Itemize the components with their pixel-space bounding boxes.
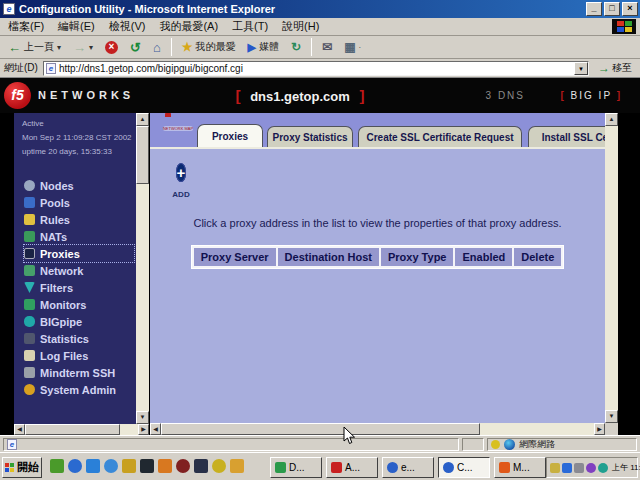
sidebar-item-log-files[interactable]: Log Files: [24, 347, 134, 364]
menu-favorites[interactable]: 我的最愛(A): [159, 19, 218, 34]
quicklaunch-icon-3[interactable]: [86, 459, 100, 473]
scroll-left-icon[interactable]: ◀: [150, 423, 161, 435]
address-url: http://dns1.getop.com/bigipgui/bigconf.c…: [59, 63, 243, 74]
sidebar-item-system-admin[interactable]: System Admin: [24, 381, 134, 398]
stop-button[interactable]: ×: [101, 39, 122, 56]
app-icon: [443, 462, 454, 473]
network-map-button[interactable]: NETWORK MAP: [158, 116, 198, 134]
back-dropdown-icon[interactable]: ▾: [57, 43, 61, 52]
scroll-left-icon[interactable]: ◀: [14, 424, 25, 435]
sidebar-item-proxies[interactable]: Proxies: [24, 245, 134, 262]
sidebar-item-statistics[interactable]: Statistics: [24, 330, 134, 347]
taskbar-window-3[interactable]: e...: [382, 457, 434, 478]
messenger-icon[interactable]: [562, 463, 572, 473]
go-button[interactable]: → 移至: [594, 60, 636, 76]
tray-app-icon-1[interactable]: [586, 463, 596, 473]
scrollbar-thumb[interactable]: [25, 424, 120, 435]
favorites-icon: ★: [182, 41, 193, 54]
quicklaunch-icon-11[interactable]: [230, 459, 244, 473]
address-input[interactable]: e http://dns1.getop.com/bigipgui/bigconf…: [43, 61, 589, 76]
taskbar-window-4-active[interactable]: C...: [438, 457, 490, 478]
menu-tools[interactable]: 工具(T): [232, 19, 268, 34]
taskbar-window-5[interactable]: M...: [494, 457, 546, 478]
tab-install-ssl-certificate[interactable]: Install SSL Certificate: [528, 126, 605, 147]
status-datetime: Mon Sep 2 11:09:28 CST 2002: [22, 131, 132, 145]
volume-icon[interactable]: [550, 463, 560, 473]
close-button[interactable]: ×: [622, 2, 638, 16]
minimize-button[interactable]: _: [586, 2, 602, 16]
sidebar-item-mindterm-ssh[interactable]: Mindterm SSH: [24, 364, 134, 381]
quicklaunch-icon-7[interactable]: [158, 459, 172, 473]
tab-create-ssl-certificate-request[interactable]: Create SSL Certificate Request: [358, 126, 522, 147]
add-proxy-button[interactable]: + ADD: [168, 162, 194, 201]
start-button[interactable]: 開始: [2, 457, 42, 478]
history-icon: ↻: [291, 41, 301, 54]
scroll-up-icon[interactable]: ▲: [136, 113, 149, 126]
quicklaunch-icon-8[interactable]: [176, 459, 190, 473]
forward-dropdown-icon[interactable]: ▾: [89, 43, 93, 52]
go-arrow-icon: →: [598, 61, 610, 75]
scroll-down-icon[interactable]: ▼: [136, 411, 149, 424]
refresh-button[interactable]: ↺: [126, 39, 145, 56]
sidebar-vertical-scrollbar[interactable]: ▲ ▼: [136, 113, 149, 424]
sidebar-item-label: Monitors: [40, 299, 86, 311]
link-3dns[interactable]: 3 DNS: [486, 90, 525, 101]
tray-app-icon-2[interactable]: [598, 463, 608, 473]
page-icon: e: [46, 63, 56, 74]
scroll-up-icon[interactable]: ▲: [605, 113, 618, 126]
menu-file[interactable]: 檔案(F): [8, 19, 44, 34]
mail-button[interactable]: ✉: [318, 39, 336, 56]
print-button[interactable]: ▦ ·: [340, 39, 365, 56]
refresh-icon: ↺: [130, 41, 141, 54]
sidebar-item-filters[interactable]: Filters: [24, 279, 134, 296]
history-button[interactable]: ↻: [287, 39, 305, 56]
home-button[interactable]: ⌂: [149, 39, 165, 56]
tab-proxies[interactable]: Proxies: [197, 124, 263, 147]
scroll-right-icon[interactable]: ▶: [138, 424, 149, 435]
window-titlebar: e Configuration Utility - Microsoft Inte…: [0, 0, 640, 18]
sidebar-item-network[interactable]: Network: [24, 262, 134, 279]
maximize-button[interactable]: □: [604, 2, 620, 16]
taskbar-window-2[interactable]: A...: [326, 457, 378, 478]
address-dropdown-icon[interactable]: ▾: [574, 62, 588, 75]
sidebar-item-bigpipe[interactable]: BIGpipe: [24, 313, 134, 330]
pools-icon: [24, 197, 35, 208]
quicklaunch-icon-4[interactable]: [104, 459, 118, 473]
scroll-right-icon[interactable]: ▶: [594, 423, 605, 435]
sidebar-item-nodes[interactable]: Nodes: [24, 177, 134, 194]
quicklaunch-icon-1[interactable]: [50, 459, 64, 473]
media-button[interactable]: ▶ 媒體: [244, 38, 283, 56]
forward-button[interactable]: → ▾: [69, 39, 97, 56]
display-icon[interactable]: [574, 463, 584, 473]
quicklaunch-icon-10[interactable]: [212, 459, 226, 473]
tab-strip: NETWORK MAP Proxies Proxy Statistics Cre…: [150, 113, 605, 147]
sidebar-item-rules[interactable]: Rules: [24, 211, 134, 228]
sidebar-item-pools[interactable]: Pools: [24, 194, 134, 211]
quicklaunch-icon-9[interactable]: [194, 459, 208, 473]
scrollbar-corner: [605, 423, 618, 435]
status-active: Active: [22, 117, 132, 131]
quicklaunch-icon-6[interactable]: [140, 459, 154, 473]
content-vertical-scrollbar[interactable]: ▲ ▼: [605, 113, 618, 423]
rules-icon: [24, 214, 35, 225]
sidebar-item-label: Network: [40, 265, 83, 277]
menu-help[interactable]: 說明(H): [282, 19, 319, 34]
menu-edit[interactable]: 編輯(E): [58, 19, 95, 34]
back-button[interactable]: ← 上一頁 ▾: [4, 38, 65, 56]
taskbar-window-1[interactable]: D...: [270, 457, 322, 478]
tab-proxy-statistics[interactable]: Proxy Statistics: [267, 126, 353, 147]
menu-view[interactable]: 檢視(V): [109, 19, 146, 34]
content-horizontal-scrollbar[interactable]: ◀ ▶: [150, 423, 605, 435]
sidebar: Active Mon Sep 2 11:09:28 CST 2002 uptim…: [14, 113, 136, 424]
scrollbar-thumb[interactable]: [161, 423, 480, 435]
sidebar-item-nats[interactable]: NATs: [24, 228, 134, 245]
quicklaunch-icon-5[interactable]: [122, 459, 136, 473]
scrollbar-thumb[interactable]: [136, 126, 149, 184]
sidebar-horizontal-scrollbar[interactable]: ◀ ▶: [14, 424, 149, 435]
scroll-down-icon[interactable]: ▼: [605, 410, 618, 423]
favorites-button[interactable]: ★ 我的最愛: [178, 38, 240, 56]
link-bigip[interactable]: [ BIG IP ]: [560, 90, 622, 101]
quicklaunch-icon-2[interactable]: [68, 459, 82, 473]
sidebar-item-monitors[interactable]: Monitors: [24, 296, 134, 313]
filters-icon: [24, 282, 35, 293]
